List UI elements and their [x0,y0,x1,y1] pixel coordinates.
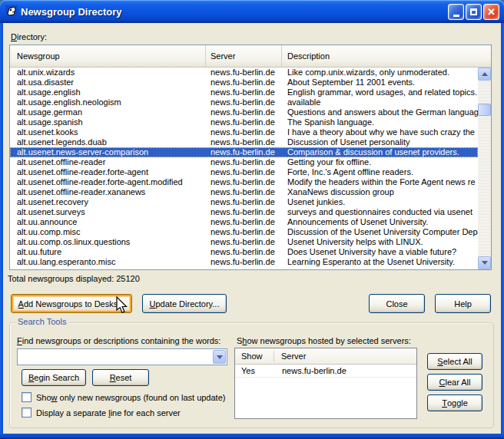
directory-list-header: Newsgroup Server Description [10,45,491,68]
cell-server: news.fu-berlin.de [206,227,282,237]
cell-newsgroup: alt.uu.comp.os.linux.questions [10,237,206,247]
maximize-icon [470,8,477,15]
cell-description: Like comp.unix.wizards, only unmoderated… [282,68,478,78]
cell-description: surveys and questionnaires conducted via… [282,207,478,217]
table-row[interactable]: alt.unix.wizards news.fu-berlin.de Like … [10,68,478,78]
table-row[interactable]: alt.usage.english news.fu-berlin.de Engl… [10,87,478,97]
table-row[interactable]: alt.usenet.surveys news.fu-berlin.de sur… [10,207,478,217]
cell-newsgroup: alt.usage.english [10,87,206,97]
cell-newsgroup: alt.usenet.kooks [10,127,206,137]
table-row[interactable]: alt.usenet.offline-reader.forte-agent.mo… [10,177,478,187]
table-row[interactable]: alt.usage.german news.fu-berlin.de Quest… [10,107,478,117]
cell-server: news.fu-berlin.de [206,127,282,137]
directory-list: Newsgroup Server Description alt.unix.wi… [9,45,492,270]
cell-newsgroup: alt.usage.german [10,107,206,117]
table-row[interactable]: alt.uu.comp.os.linux.questions news.fu-b… [10,237,478,247]
server-list-body: Yes news.fu-berlin.de [235,365,416,378]
table-row[interactable]: alt.usa.disaster news.fu-berlin.de About… [10,78,478,87]
combobox-dropdown-button[interactable] [213,350,226,364]
cell-description: Discussion of the Usenet University Comp… [282,227,478,237]
scroll-up-button[interactable] [478,68,491,81]
cell-description: Learning Esperanto at the Usenet Univers… [282,257,478,267]
table-row[interactable]: alt.usenet.offline-reader.xananews news.… [10,187,478,197]
reset-button[interactable]: Reset [92,369,149,386]
directory-label: Directory: [11,32,47,41]
cell-server: news.fu-berlin.de [206,68,282,78]
cell-description: Forte, Inc.'s Agent offline readers. [282,167,478,177]
cell-description: Announcements of Usenet University. [282,217,478,227]
clear-all-button[interactable]: Clear All [427,374,482,391]
window-title: Newsgroup Directory [21,6,121,18]
table-row[interactable]: alt.uu.lang.esperanto.misc news.fu-berli… [10,257,478,267]
table-row[interactable]: alt.usenet.news-server-comparison news.f… [10,147,478,157]
table-row[interactable]: alt.usenet.legends.duab news.fu-berlin.d… [10,137,478,147]
cell-show: Yes [235,365,274,377]
table-row[interactable]: alt.usage.spanish news.fu-berlin.de The … [10,117,478,127]
cell-description: Discussion of Usenet personality [282,137,478,147]
cell-newsgroup: alt.usenet.recovery [10,197,206,207]
column-header-server2[interactable]: Server [274,352,416,361]
table-row[interactable]: alt.usenet.kooks news.fu-berlin.de I hav… [10,127,478,137]
help-button[interactable]: Help [435,294,491,313]
table-row[interactable]: alt.uu.announce news.fu-berlin.de Announ… [10,217,478,227]
window-border-left [0,23,3,439]
cell-description: Usenet University helps with LINUX. [282,237,478,247]
column-header-show[interactable]: Show [235,352,274,361]
cell-description: Does Usenet University have a viable fut… [282,247,478,257]
column-header-newsgroup[interactable]: Newsgroup [10,45,206,67]
app-icon [5,5,18,18]
add-newsgroups-button[interactable]: Add Newsgroups to Desks... [11,294,132,313]
cell-description: Usenet junkies. [282,197,478,207]
cell-server: news.fu-berlin.de [206,257,282,267]
begin-search-button[interactable]: Begin Search [22,369,86,386]
vertical-scrollbar[interactable] [478,68,491,269]
scroll-down-button[interactable] [478,256,491,269]
separate-line-checkbox[interactable] [22,408,32,418]
table-row[interactable]: alt.uu.future news.fu-berlin.de Does Use… [10,247,478,257]
show-only-new-checkbox[interactable] [22,392,32,402]
scrollbar-thumb[interactable] [478,104,491,116]
server-row[interactable]: Yes news.fu-berlin.de [235,365,416,378]
cell-newsgroup: alt.uu.future [10,247,206,257]
column-header-server[interactable]: Server [206,45,282,67]
table-row[interactable]: alt.usage.english.neologism news.fu-berl… [10,97,478,107]
cell-newsgroup: alt.usenet.news-server-comparison [10,147,206,157]
cell-description: Getting your fix offline. [282,157,478,167]
cell-description: The Spanish language. [282,117,478,127]
search-tools-caption: Search Tools [15,317,68,326]
update-directory-button[interactable]: Update Directory... [142,294,227,313]
cell-newsgroup: alt.usage.spanish [10,117,206,127]
find-words-label: Find newsgroups or descriptions containi… [17,336,220,345]
cell-server: news.fu-berlin.de [206,97,282,107]
find-words-combobox[interactable] [17,348,227,365]
cell-server: news.fu-berlin.de [206,187,282,197]
select-all-button[interactable]: Select All [427,353,482,370]
cell-newsgroup: alt.unix.wizards [10,68,206,78]
cell-server: news.fu-berlin.de [206,87,282,97]
cell-server: news.fu-berlin.de [206,137,282,147]
cell-server: news.fu-berlin.de [206,117,282,127]
table-row[interactable]: alt.usenet.offline-reader.forte-agent ne… [10,167,478,177]
cell-server: news.fu-berlin.de [206,217,282,227]
cell-newsgroup: alt.usenet.surveys [10,207,206,217]
table-row[interactable]: alt.usenet.offline-reader news.fu-berlin… [10,157,478,167]
cell-description: Questions and answers about the German l… [282,107,478,117]
cell-server: news.fu-berlin.de [206,107,282,117]
cell-newsgroup: alt.uu.comp.misc [10,227,206,237]
titlebar[interactable]: Newsgroup Directory ✕ [0,0,504,23]
cell-newsgroup: alt.usenet.offline-reader [10,157,206,167]
cell-server: news.fu-berlin.de [206,197,282,207]
cell-description: English grammar, word usages, and relate… [282,87,478,97]
column-header-description[interactable]: Description [282,45,491,67]
maximize-button[interactable] [466,4,482,20]
cell-server-name: news.fu-berlin.de [274,365,416,377]
toggle-button[interactable]: Toggle [427,394,482,411]
minimize-button[interactable] [448,4,464,20]
close-window-button[interactable]: ✕ [483,4,499,20]
table-row[interactable]: alt.uu.comp.misc news.fu-berlin.de Discu… [10,227,478,237]
window-border-right [501,23,504,439]
cell-server: news.fu-berlin.de [206,78,282,87]
directory-list-body: alt.unix.wizards news.fu-berlin.de Like … [10,68,478,269]
table-row[interactable]: alt.usenet.recovery news.fu-berlin.de Us… [10,197,478,207]
close-button[interactable]: Close [369,294,425,313]
